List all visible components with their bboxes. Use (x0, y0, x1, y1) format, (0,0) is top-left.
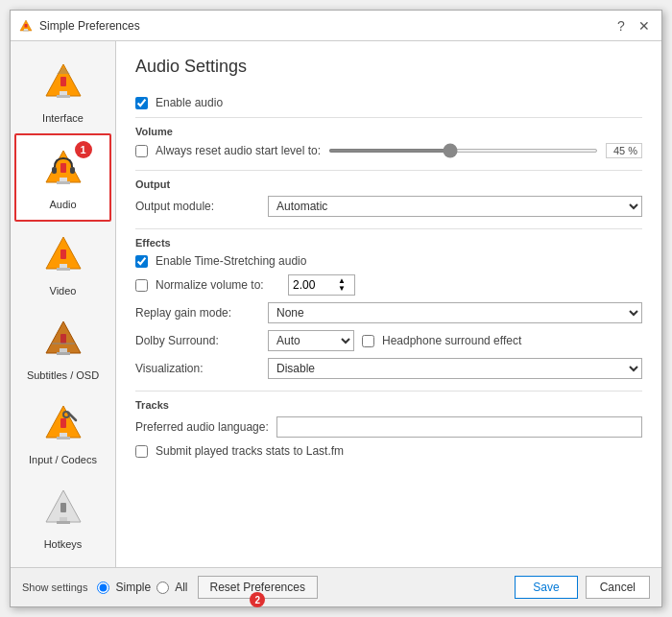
svg-rect-14 (70, 167, 75, 174)
title-bar: Simple Preferences ? ✕ (11, 11, 661, 41)
svg-rect-11 (57, 181, 70, 184)
volume-slider[interactable] (328, 149, 598, 153)
preferred-lang-input[interactable] (276, 416, 642, 438)
simple-radio[interactable] (97, 581, 109, 594)
svg-rect-18 (60, 249, 66, 259)
sidebar-item-subtitles[interactable]: Subtitles / OSD (11, 306, 115, 391)
enable-audio-checkbox[interactable] (135, 97, 148, 109)
submit-tracks-label: Submit played tracks stats to Last.fm (156, 444, 344, 458)
panel-title: Audio Settings (135, 57, 642, 83)
title-bar-controls: ? ✕ (612, 16, 654, 36)
reset-preferences-button[interactable]: Reset Preferences (198, 576, 318, 599)
preferred-lang-row: Preferred audio language: (135, 416, 642, 438)
sidebar-item-interface[interactable]: Interface (11, 49, 115, 133)
svg-rect-17 (57, 268, 70, 271)
always-reset-checkbox[interactable] (135, 145, 148, 157)
svg-rect-32 (57, 521, 70, 524)
interface-icon (38, 59, 88, 108)
sidebar-interface-label: Interface (42, 112, 84, 124)
svg-rect-23 (52, 343, 75, 344)
all-radio[interactable] (156, 581, 169, 594)
sidebar-item-input[interactable]: Input / Codecs (11, 391, 115, 475)
footer: Show settings Simple All Reset Preferenc… (11, 567, 661, 606)
sidebar-video-label: Video (50, 285, 77, 297)
title-bar-left: Simple Preferences (18, 18, 140, 34)
svg-rect-26 (57, 437, 70, 439)
output-module-label: Output module: (135, 200, 260, 213)
tracks-section: Tracks Preferred audio language: Submit … (135, 399, 642, 458)
divider-2 (135, 170, 642, 171)
replay-gain-row: Replay gain mode: None Track Album (135, 302, 642, 323)
all-radio-label: All (175, 581, 187, 594)
audio-badge: 1 (75, 141, 92, 158)
close-button[interactable]: ✕ (635, 16, 654, 36)
spinbox-down-arrow[interactable]: ▼ (338, 285, 346, 293)
divider-1 (135, 117, 642, 118)
footer-right: Save Cancel (515, 576, 650, 599)
normalize-value-input[interactable] (293, 278, 336, 292)
svg-rect-22 (60, 334, 66, 344)
normalize-spinbox: ▲ ▼ (288, 274, 355, 296)
footer-left: Show settings Simple All Reset Preferenc… (22, 576, 318, 599)
headphone-checkbox[interactable] (362, 335, 374, 347)
input-icon (38, 400, 88, 450)
content-area: Interface 1 Audi (11, 41, 661, 567)
svg-rect-3 (25, 24, 28, 28)
svg-rect-13 (52, 167, 57, 174)
video-icon (38, 231, 88, 281)
sidebar-hotkeys-label: Hotkeys (44, 538, 83, 550)
time-stretching-checkbox[interactable] (135, 255, 148, 268)
sidebar-item-audio[interactable]: 1 Audio (14, 133, 111, 222)
divider-3 (135, 228, 642, 229)
save-button[interactable]: Save (515, 576, 577, 599)
audio-icon: 1 (38, 145, 88, 195)
svg-rect-12 (60, 163, 66, 173)
output-module-row: Output module: Automatic DirectX audio o… (135, 196, 642, 217)
headphone-label: Headphone surround effect (382, 334, 521, 347)
svg-rect-2 (23, 30, 29, 31)
sidebar-input-label: Input / Codecs (29, 454, 97, 465)
main-window: Simple Preferences ? ✕ I (10, 10, 662, 607)
svg-rect-6 (57, 95, 70, 98)
preferred-lang-label: Preferred audio language: (135, 420, 269, 434)
output-module-select[interactable]: Automatic DirectX audio output WaveOut a… (268, 196, 642, 217)
show-settings-label: Show settings (22, 581, 87, 593)
vlc-title-icon (18, 18, 34, 34)
time-stretching-row: Enable Time-Stretching audio (135, 254, 642, 268)
visualization-label: Visualization: (135, 362, 260, 375)
volume-slider-container: 45 % (328, 143, 642, 158)
normalize-row: Normalize volume to: ▲ ▼ (135, 274, 642, 296)
volume-header: Volume (135, 126, 642, 137)
reset-btn-container: Reset Preferences 2 (198, 576, 318, 599)
dolby-select[interactable]: Auto On Off (268, 330, 354, 351)
tracks-header: Tracks (135, 399, 642, 411)
radio-group: Simple All (97, 581, 187, 594)
volume-value: 45 % (606, 143, 642, 158)
time-stretching-label: Enable Time-Stretching audio (156, 254, 306, 268)
enable-audio-row: Enable audio (135, 96, 642, 109)
output-section: Output Output module: Automatic DirectX … (135, 178, 642, 217)
sidebar-subtitles-label: Subtitles / OSD (27, 369, 99, 381)
replay-gain-select[interactable]: None Track Album (268, 302, 642, 323)
hotkeys-icon (38, 485, 88, 534)
submit-tracks-row: Submit played tracks stats to Last.fm (135, 444, 642, 458)
effects-section: Effects Enable Time-Stretching audio Nor… (135, 237, 642, 379)
sidebar-item-hotkeys[interactable]: Hotkeys (11, 475, 115, 559)
visualization-row: Visualization: Disable Spectrometer Scop… (135, 358, 642, 379)
sidebar: Interface 1 Audi (11, 41, 116, 567)
normalize-label: Normalize volume to: (156, 278, 280, 292)
replay-gain-label: Replay gain mode: (135, 306, 260, 320)
visualization-select[interactable]: Disable Spectrometer Scope VU Meter Goom… (268, 358, 642, 379)
submit-tracks-checkbox[interactable] (135, 445, 148, 458)
sidebar-item-video[interactable]: Video (11, 222, 115, 306)
always-reset-label: Always reset audio start level to: (156, 144, 321, 157)
cancel-button[interactable]: Cancel (586, 576, 650, 599)
svg-marker-8 (57, 67, 70, 74)
normalize-checkbox[interactable] (135, 279, 148, 292)
volume-section: Volume Always reset audio start level to… (135, 126, 642, 158)
help-button[interactable]: ? (612, 16, 631, 36)
output-header: Output (135, 178, 642, 190)
svg-rect-7 (60, 77, 66, 86)
svg-rect-33 (60, 503, 66, 512)
window-title: Simple Preferences (39, 19, 140, 33)
